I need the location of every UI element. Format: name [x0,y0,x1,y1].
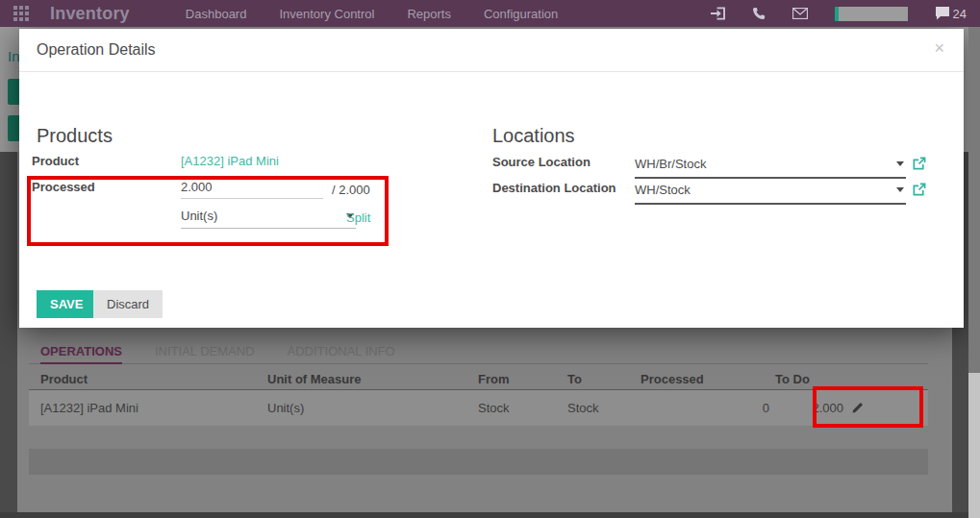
todo-value[interactable]: 2.000 [812,401,843,415]
source-location-select[interactable]: WH/Br/Stock [635,155,906,179]
source-location-label: Source Location [492,155,591,169]
nav-item-configuration[interactable]: Configuration [476,7,565,21]
table-row[interactable]: [A1232] iPad Mini Unit(s) Stock Stock 0 … [29,390,928,426]
cell-processed[interactable]: 0 [641,401,775,415]
uom-value: Unit(s) [181,209,217,223]
nav-item-dashboard[interactable]: Dashboard [178,7,255,21]
col-header-todo: To Do [775,372,928,386]
chevron-down-icon [896,161,904,166]
source-location-value: WH/Br/Stock [635,157,706,171]
cell-uom[interactable]: Unit(s) [267,401,478,415]
products-heading: Products [37,125,113,147]
split-link[interactable]: Split [346,210,370,225]
apps-grid-icon[interactable] [13,6,29,21]
page-bottom-edge [0,512,968,518]
chat-bubble-icon[interactable] [935,7,950,20]
cell-product[interactable]: [A1232] iPad Mini [40,401,267,415]
scrollbar-thumb[interactable] [968,27,980,373]
close-icon[interactable]: × [934,39,944,57]
col-header-uom: Unit of Measure [267,372,478,386]
external-link-icon[interactable] [912,183,926,201]
phone-icon[interactable] [752,7,766,20]
product-link[interactable]: [A1232] iPad Mini [181,154,279,168]
destination-location-value: WH/Stock [635,183,691,197]
user-menu-redacted[interactable] [835,7,908,21]
col-header-from: From [478,372,567,386]
nav-item-inventory-control[interactable]: Inventory Control [271,7,382,21]
envelope-icon[interactable] [792,8,808,19]
cell-todo[interactable]: 2.000 [775,401,928,415]
page-margin-left [0,152,17,518]
product-label: Product [32,154,79,168]
tab-operations[interactable]: OPERATIONS [40,338,122,364]
app-title: Inventory [50,4,130,24]
cell-to[interactable]: Stock [567,401,641,415]
chevron-down-icon [896,187,904,192]
breadcrumb[interactable]: In [8,48,20,64]
discard-button[interactable]: Discard [93,290,163,318]
nav-item-reports[interactable]: Reports [399,7,459,21]
empty-list-band [29,449,928,475]
col-header-product: Product [40,372,267,386]
col-header-to: To [567,372,641,386]
modal-header: Operation Details × [19,29,964,72]
tab-additional-info[interactable]: ADDITIONAL INFO [288,338,395,363]
external-link-icon[interactable] [912,157,926,175]
processed-total: / 2.000 [332,183,370,197]
cell-from[interactable]: Stock [478,401,567,415]
operation-details-modal: Operation Details × Products Product [A1… [19,29,964,328]
processed-input[interactable] [181,178,323,199]
processed-label: Processed [32,180,95,194]
table-header-row: Product Unit of Measure From To Processe… [29,368,928,390]
nav-menu: Dashboard Inventory Control Reports Conf… [178,7,583,21]
uom-select[interactable]: Unit(s) [181,207,356,229]
scrollbar-track[interactable] [968,27,980,518]
tab-initial-demand[interactable]: INITIAL DEMAND [155,338,255,363]
modal-title: Operation Details [37,41,156,59]
top-navbar: Inventory Dashboard Inventory Control Re… [0,0,980,27]
destination-location-label: Destination Location [492,181,616,195]
locations-heading: Locations [492,125,575,147]
destination-location-select[interactable]: WH/Stock [635,181,906,205]
sign-in-icon[interactable] [711,7,725,20]
save-button[interactable]: SAVE [37,290,96,318]
col-header-processed: Processed [641,372,775,386]
navbar-right: 24 [684,0,967,27]
message-count-badge[interactable]: 24 [953,7,967,21]
notebook-tabs: OPERATIONS INITIAL DEMAND ADDITIONAL INF… [29,338,928,364]
pencil-edit-icon[interactable] [851,402,864,414]
